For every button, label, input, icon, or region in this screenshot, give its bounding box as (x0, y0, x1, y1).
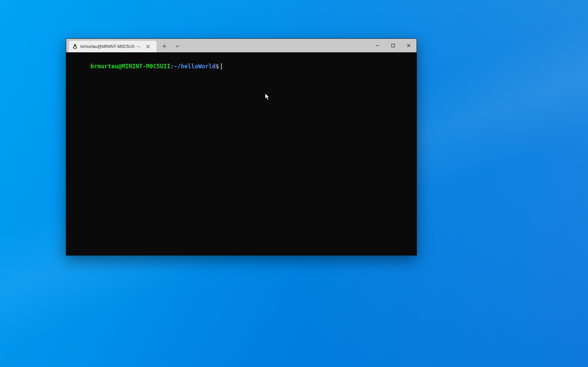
terminal-viewport[interactable]: brmurtau@MININT-M0C5UII:~/helloWorld$ (66, 52, 417, 255)
new-tab-button[interactable] (159, 40, 170, 52)
close-window-button[interactable] (401, 39, 417, 52)
prompt-path: ~/helloWorld (174, 63, 216, 70)
maximize-button[interactable] (385, 39, 401, 52)
plus-icon (162, 44, 166, 48)
tab-close-button[interactable] (144, 43, 152, 50)
prompt-symbol: $ (216, 63, 219, 70)
terminal-window[interactable]: brmurtau@MININT-M0C5UII: ~, (66, 38, 417, 256)
close-icon (407, 43, 411, 48)
tab-title: brmurtau@MININT-M0C5UII: ~, (80, 44, 140, 49)
tab-active[interactable]: brmurtau@MININT-M0C5UII: ~, (69, 41, 157, 52)
titlebar-drag-region[interactable] (183, 39, 370, 52)
prompt-user-host: brmurtau@MININT-M0C5UII (90, 63, 170, 70)
svg-point-5 (75, 45, 76, 46)
terminal-cursor (221, 63, 222, 70)
svg-point-4 (75, 45, 75, 46)
prompt-separator: : (170, 63, 174, 70)
titlebar[interactable]: brmurtau@MININT-M0C5UII: ~, (66, 39, 417, 52)
maximize-icon (391, 43, 395, 48)
svg-rect-6 (392, 44, 395, 47)
minimize-button[interactable] (370, 39, 385, 52)
chevron-down-icon (175, 44, 179, 48)
close-icon (146, 45, 150, 48)
desktop-background: brmurtau@MININT-M0C5UII: ~, (0, 0, 588, 367)
svg-point-1 (74, 46, 76, 49)
tab-dropdown-button[interactable] (171, 40, 183, 52)
tux-icon (72, 44, 78, 49)
tab-actions (157, 39, 183, 52)
tab-strip: brmurtau@MININT-M0C5UII: ~, (66, 39, 157, 52)
minimize-icon (375, 43, 380, 48)
window-controls (370, 39, 417, 52)
